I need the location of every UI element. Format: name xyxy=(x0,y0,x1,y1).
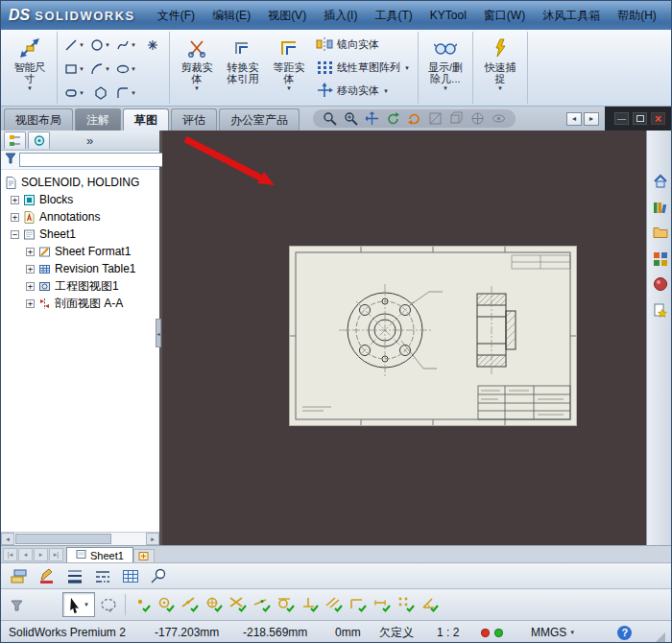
hide-show-items-icon[interactable] xyxy=(491,110,507,127)
scrollbar-thumb[interactable] xyxy=(15,534,111,544)
expand-icon[interactable]: + xyxy=(26,248,35,256)
scrollbar-track[interactable] xyxy=(14,533,146,545)
next-sheet-button[interactable]: ▸ xyxy=(34,548,48,561)
mirror-entities-button[interactable]: 镜向实体 xyxy=(312,34,414,56)
tree-item-section-view[interactable]: + 剖面视图 A-A xyxy=(1,295,159,312)
expand-icon[interactable]: + xyxy=(26,299,35,308)
custom-properties-icon[interactable] xyxy=(650,300,671,320)
parallel-snap-icon[interactable] xyxy=(324,593,345,617)
ellipse-tool-button[interactable]: ▼ xyxy=(113,58,139,80)
pan-icon[interactable] xyxy=(364,110,380,127)
rotate-view-icon[interactable] xyxy=(385,110,401,127)
menu-edit[interactable]: 编辑(E) xyxy=(204,1,259,30)
circle-tool-button[interactable]: ▼ xyxy=(87,34,113,56)
rectangle-tool-button[interactable]: ▼ xyxy=(61,58,87,80)
sheet1-tab[interactable]: Sheet1 xyxy=(66,547,133,562)
menu-view[interactable]: 视图(V) xyxy=(259,1,315,30)
angle-snap-icon[interactable] xyxy=(420,593,441,617)
balloon-icon[interactable] xyxy=(146,565,170,587)
tree-item-blocks[interactable]: + Blocks xyxy=(1,191,159,208)
nearest-snap-icon[interactable] xyxy=(252,593,273,617)
quick-snaps-button[interactable]: 快速捕捉 ▼ xyxy=(477,33,523,103)
layer-properties-icon[interactable] xyxy=(7,565,31,587)
minimize-document-button[interactable]: — xyxy=(614,112,629,125)
tree-filter-input[interactable] xyxy=(19,153,174,167)
menu-mufeng-toolbox[interactable]: 沐风工具箱 xyxy=(534,1,609,30)
display-style-icon[interactable] xyxy=(469,110,486,127)
view-orientation-icon[interactable] xyxy=(448,110,465,127)
perpendicular-snap-icon[interactable] xyxy=(300,593,321,617)
midpoint-snap-icon[interactable] xyxy=(180,593,201,617)
panel-overflow-chevrons[interactable]: » xyxy=(86,133,93,148)
previous-pane-button[interactable]: ◂ xyxy=(566,112,582,126)
close-document-button[interactable]: × xyxy=(651,112,665,125)
design-library-icon[interactable] xyxy=(650,197,671,216)
home-icon[interactable] xyxy=(650,171,671,190)
first-sheet-button[interactable]: |◂ xyxy=(3,548,17,561)
menu-insert[interactable]: 插入(I) xyxy=(315,1,366,30)
smart-dimension-button[interactable]: 智能尺寸 ▼ xyxy=(7,33,53,103)
arc-tool-button[interactable]: ▼ xyxy=(87,58,113,80)
tab-annotation[interactable]: 注解 xyxy=(75,108,121,131)
move-entities-button[interactable]: 移动实体 ▼ xyxy=(312,80,414,102)
table-icon[interactable] xyxy=(118,565,142,587)
tree-item-sheet1[interactable]: − Sheet1 xyxy=(1,226,159,243)
line-color-icon[interactable] xyxy=(35,565,59,587)
section-view-icon[interactable] xyxy=(427,110,444,127)
point-tool-button[interactable] xyxy=(139,34,165,56)
grid-snap-icon[interactable] xyxy=(396,593,417,617)
graphics-area[interactable] xyxy=(162,131,646,545)
tree-item-drawing-view1[interactable]: + 工程图视图1 xyxy=(1,277,159,295)
expand-icon[interactable]: + xyxy=(26,282,35,291)
line-tool-button[interactable]: ▼ xyxy=(61,34,87,56)
menu-file[interactable]: 文件(F) xyxy=(149,1,204,30)
polygon-tool-button[interactable] xyxy=(87,82,113,104)
linear-sketch-pattern-button[interactable]: 线性草图阵列 ▼ xyxy=(312,57,414,79)
menu-help[interactable]: 帮助(H) xyxy=(609,1,665,30)
point-snap-icon[interactable] xyxy=(132,593,153,617)
previous-sheet-button[interactable]: ◂ xyxy=(18,548,33,561)
hv-snap-icon[interactable] xyxy=(348,593,369,617)
center-snap-icon[interactable] xyxy=(156,593,177,617)
last-sheet-button[interactable]: ▸| xyxy=(49,548,63,561)
zoom-area-icon[interactable] xyxy=(343,110,359,127)
spline-tool-button[interactable]: ▼ xyxy=(113,34,139,56)
convert-entities-button[interactable]: 转换实体引用 xyxy=(220,33,266,103)
expand-icon[interactable]: + xyxy=(11,196,19,204)
tab-office-products[interactable]: 办公室产品 xyxy=(219,108,300,131)
zoom-fit-icon[interactable] xyxy=(322,110,338,127)
select-tool-button[interactable]: ▼ xyxy=(62,592,95,617)
view-palette-icon[interactable] xyxy=(650,249,671,268)
units-dropdown[interactable]: MMGS ▼ xyxy=(531,626,575,639)
lasso-select-icon[interactable] xyxy=(98,593,119,617)
display-delete-relations-button[interactable]: 显示/删除几... ▼ xyxy=(422,33,468,103)
property-manager-tab[interactable] xyxy=(28,131,50,149)
menu-kytool[interactable]: KYTool xyxy=(421,1,475,30)
fillet-tool-button[interactable]: ▼ xyxy=(113,82,139,104)
expand-icon[interactable]: + xyxy=(11,213,19,222)
redraw-icon[interactable] xyxy=(406,110,422,127)
scroll-left-button[interactable]: ◂ xyxy=(1,533,14,545)
panel-splitter-handle[interactable]: ◂ xyxy=(156,319,161,347)
expand-icon[interactable]: + xyxy=(26,265,35,274)
offset-entities-button[interactable]: 等距实体 ▼ xyxy=(266,33,312,103)
tab-sketch[interactable]: 草图 xyxy=(123,108,169,131)
tangent-snap-icon[interactable] xyxy=(276,593,297,617)
quadrant-snap-icon[interactable] xyxy=(204,593,225,617)
menu-tools[interactable]: 工具(T) xyxy=(366,1,420,30)
next-pane-button[interactable]: ▸ xyxy=(584,112,599,126)
tree-item-annotations[interactable]: + Annotations xyxy=(1,208,159,226)
line-style-icon[interactable] xyxy=(90,565,114,587)
tree-item-revision-table1[interactable]: + Revision Table1 xyxy=(1,260,159,277)
tree-item-sheet-format1[interactable]: + Sheet Format1 xyxy=(1,243,159,260)
scroll-right-button[interactable]: ▸ xyxy=(146,533,159,545)
line-thickness-icon[interactable] xyxy=(62,565,86,587)
length-snap-icon[interactable] xyxy=(372,593,393,617)
add-sheet-button[interactable] xyxy=(133,549,155,562)
trim-entities-button[interactable]: 剪裁实体 ▼ xyxy=(174,33,220,103)
collapse-icon[interactable]: − xyxy=(11,230,19,239)
appearances-icon[interactable] xyxy=(650,274,671,294)
selection-filter-icon[interactable] xyxy=(6,593,27,617)
intersection-snap-icon[interactable] xyxy=(228,593,249,617)
file-explorer-icon[interactable] xyxy=(650,223,671,242)
